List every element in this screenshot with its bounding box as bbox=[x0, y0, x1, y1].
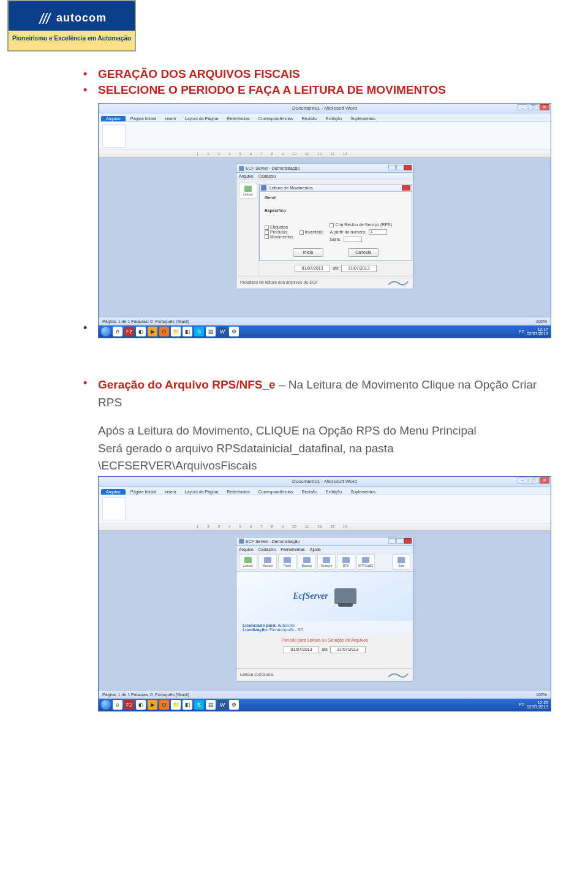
ecf-toolbar: Leitura Monitor Flash Backup Sintegra RP… bbox=[236, 553, 413, 572]
min-icon[interactable]: – bbox=[518, 477, 527, 484]
date-to-1[interactable]: 31/07/2013 bbox=[341, 265, 377, 272]
explorer-icon[interactable]: 📁 bbox=[171, 700, 181, 710]
word-title: Documento1 - Microsoft Word bbox=[292, 105, 357, 111]
screenshot-1: Documento1 - Microsoft Word – ▢ ✕ Arquiv… bbox=[83, 103, 539, 338]
tool-sair[interactable]: Sair bbox=[392, 554, 410, 570]
para-sera: Será gerado o arquivo RPSdatainicial_dat… bbox=[98, 440, 539, 458]
inicia-button[interactable]: Inicia bbox=[293, 248, 323, 257]
word-icon[interactable]: W bbox=[217, 700, 227, 710]
tool-nfp[interactable]: NFP/Cat52 bbox=[356, 554, 375, 570]
media-icon[interactable]: ▶ bbox=[148, 700, 157, 710]
menu-cadastro[interactable]: Cadastro bbox=[258, 547, 276, 552]
chk-rps[interactable]: Cria Recibo de Serviço (RPS) bbox=[330, 222, 392, 227]
start-orb-icon[interactable] bbox=[101, 700, 111, 710]
date-from-1[interactable]: 01/07/2013 bbox=[295, 265, 330, 272]
tool-sintegra[interactable]: Sintegra bbox=[317, 554, 336, 570]
other-icon[interactable]: ◧ bbox=[183, 327, 192, 336]
max-icon[interactable]: ▢ bbox=[529, 104, 538, 110]
exit-icon bbox=[398, 557, 405, 563]
filezilla-icon[interactable]: Fz bbox=[124, 700, 134, 710]
skype-icon[interactable]: S bbox=[194, 700, 204, 710]
media-icon[interactable]: ▶ bbox=[148, 327, 157, 336]
heading-2: SELECIONE O PERIODO E FAÇA A LEITURA DE … bbox=[98, 83, 446, 96]
notes-icon[interactable]: ▤ bbox=[206, 327, 216, 336]
ie-icon[interactable]: e bbox=[113, 327, 123, 336]
ecf-window-1: ECF Server - Demonstração Arquivo Cadast… bbox=[236, 164, 413, 289]
ecf-close-icon[interactable] bbox=[404, 165, 412, 170]
tab-corr[interactable]: Correspondências bbox=[255, 116, 297, 121]
tool-leitura[interactable]: Leitura bbox=[239, 554, 257, 570]
ecf-max-icon[interactable] bbox=[396, 165, 404, 170]
chk-movimentos[interactable]: Movimentos bbox=[265, 235, 293, 240]
start-orb-icon[interactable] bbox=[101, 327, 111, 336]
close-icon[interactable]: ✕ bbox=[540, 477, 549, 484]
tool-rps[interactable]: RPS bbox=[337, 554, 355, 570]
app-icon[interactable]: ⚙ bbox=[229, 327, 239, 336]
ecf-menubar: Arquivo Cadastro bbox=[236, 173, 413, 180]
dialog-close-icon[interactable] bbox=[402, 185, 410, 191]
other-icon[interactable]: ◧ bbox=[183, 700, 192, 710]
tool-monitor[interactable]: Monitor bbox=[258, 554, 277, 570]
skype-icon[interactable]: S bbox=[194, 327, 204, 336]
rps-icon bbox=[342, 557, 350, 563]
tab-home[interactable]: Página Inicial bbox=[127, 116, 160, 121]
file-tab[interactable]: Arquivo bbox=[101, 116, 126, 121]
word-icon[interactable]: W bbox=[217, 327, 227, 336]
min-icon[interactable]: – bbox=[518, 104, 527, 110]
ecf-min-icon[interactable] bbox=[388, 538, 396, 544]
side-leitura-button[interactable]: Leitura bbox=[239, 183, 257, 199]
ecf-title: ECF Server - Demonstração bbox=[246, 166, 300, 170]
screenshot-2: Documento1 - Microsoft Word – ▢ ✕ Arquiv… bbox=[83, 476, 539, 712]
ecf-status-text-1: Processo de leitura dos arquivos do ECF bbox=[240, 280, 318, 284]
ecf-titlebar: ECF Server - Demonstração bbox=[236, 164, 413, 173]
explorer-icon[interactable]: 📁 bbox=[171, 327, 181, 336]
word-statusbar: Página: 1 de 1 Palavras: 0 Português (Br… bbox=[99, 317, 551, 325]
tab-rev[interactable]: Revisão bbox=[298, 116, 321, 121]
tab-exib[interactable]: Exibição bbox=[322, 116, 345, 121]
tab-supl[interactable]: Suplementos bbox=[347, 116, 379, 121]
date-sep: até bbox=[333, 266, 339, 270]
tab-ref[interactable]: Referências bbox=[223, 116, 253, 121]
heading-1: GERAÇÃO DOS ARQUIVOS FISCAIS bbox=[98, 67, 300, 80]
ecf-min-icon[interactable] bbox=[388, 165, 396, 170]
input-numero[interactable]: 1 bbox=[369, 229, 387, 235]
chk-produtos[interactable]: Produtos bbox=[265, 230, 293, 235]
notes-icon[interactable]: ▤ bbox=[206, 700, 216, 710]
office-icon[interactable]: O bbox=[159, 700, 169, 710]
filezilla-icon[interactable]: Fz bbox=[124, 327, 134, 336]
menu-ferramentas[interactable]: Ferramentas bbox=[281, 547, 305, 552]
ecfserver-logo: EcfServer bbox=[293, 591, 328, 601]
chrome-icon[interactable]: ◐ bbox=[136, 700, 146, 710]
tool-flash[interactable]: Flash bbox=[278, 554, 296, 570]
chk-inventario[interactable]: Inventário bbox=[300, 230, 324, 235]
tool-backup[interactable]: Backup bbox=[298, 554, 316, 570]
ecf-max-icon[interactable] bbox=[396, 538, 404, 544]
tray-lang[interactable]: PT bbox=[519, 702, 524, 707]
date-from-2[interactable]: 01/07/2013 bbox=[284, 646, 319, 653]
leitura-icon bbox=[244, 557, 252, 563]
chk-etiquetas[interactable]: Etiquetas bbox=[265, 225, 293, 230]
para-apos: Após a Leitura do Movimento, CLIQUE na O… bbox=[98, 422, 539, 440]
tab-layout[interactable]: Layout da Página bbox=[181, 116, 222, 121]
tray-lang[interactable]: PT bbox=[519, 330, 524, 334]
chrome-icon[interactable]: ◐ bbox=[136, 327, 146, 336]
ecf-window-2: ECF Server - Demonstração Arquivo Cadast… bbox=[236, 537, 413, 681]
file-tab[interactable]: Arquivo bbox=[101, 489, 126, 495]
app-icon[interactable]: ⚙ bbox=[229, 700, 239, 710]
max-icon[interactable]: ▢ bbox=[529, 477, 538, 484]
input-serie[interactable] bbox=[344, 237, 362, 242]
close-icon[interactable]: ✕ bbox=[540, 104, 549, 110]
menu-ajuda[interactable]: Ajuda bbox=[310, 547, 321, 552]
date-to-2[interactable]: 31/07/2013 bbox=[330, 646, 366, 653]
office-icon[interactable]: O bbox=[159, 327, 169, 336]
menu-arquivo[interactable]: Arquivo bbox=[239, 547, 254, 552]
taskbar-1: e Fz ◐ ▶ O 📁 ◧ S ▤ W ⚙ PT 12:17 02/07/20… bbox=[99, 325, 551, 338]
tab-insert[interactable]: Inserir bbox=[160, 116, 179, 121]
menu-cadastro[interactable]: Cadastro bbox=[258, 174, 276, 178]
dialog-body: Geral ... ... Específico ... ... Etiquet… bbox=[260, 192, 412, 245]
menu-arquivo[interactable]: Arquivo bbox=[239, 174, 254, 178]
ie-icon[interactable]: e bbox=[113, 700, 123, 710]
nfp-icon bbox=[362, 557, 369, 563]
cancela-button[interactable]: Cancela bbox=[348, 248, 379, 257]
ecf-close-icon[interactable] bbox=[404, 538, 412, 544]
